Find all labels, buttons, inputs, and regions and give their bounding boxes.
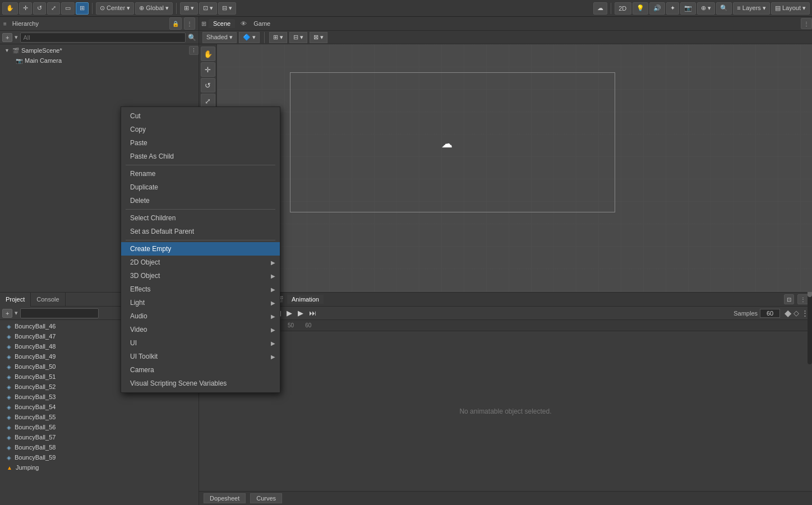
scale-tool[interactable]: ⤢ [47, 2, 60, 15]
hierarchy-lock-btn[interactable]: 🔒 [169, 17, 182, 30]
anim-dock-btn[interactable]: ⊡ [784, 294, 794, 304]
goto-end-btn[interactable]: ⏭ [307, 309, 318, 317]
rect-tool[interactable]: ▭ [61, 2, 75, 15]
hand-tool-btn[interactable]: ✋ [201, 47, 215, 61]
ctx-item-ui[interactable]: UI▶ [121, 336, 280, 350]
list-item[interactable]: ◈ BouncyBall_54 [0, 402, 199, 412]
move-tool[interactable]: ✛ [19, 2, 32, 15]
ctx-item-camera[interactable]: Camera [121, 363, 280, 377]
project-search[interactable] [20, 308, 99, 318]
audio-btn[interactable]: 🔊 [649, 2, 665, 15]
ctx-item-audio[interactable]: Audio▶ [121, 309, 280, 323]
project-tab[interactable]: Project [0, 293, 31, 307]
camera-btn[interactable]: 📷 [680, 2, 696, 15]
dopesheet-label: Dopesheet [210, 495, 239, 502]
ctx-item-ui-toolkit[interactable]: UI Toolkit▶ [121, 350, 280, 363]
fx-btn[interactable]: ✦ [666, 2, 679, 15]
hand-tool[interactable]: ✋ [2, 2, 18, 15]
game-tab[interactable]: Game [249, 19, 275, 28]
next-frame-btn[interactable]: ▶ [296, 309, 305, 317]
snap-settings[interactable]: ⊡ ▾ [199, 2, 217, 15]
ctx-item-cut[interactable]: Cut [121, 109, 280, 123]
ctx-item-duplicate[interactable]: Duplicate [121, 180, 280, 194]
scene-shading-btn[interactable]: Shaded ▾ [202, 32, 237, 43]
scene-root[interactable]: ▼ 🎬 SampleScene* ⋮ [0, 45, 199, 55]
move-tool-btn[interactable]: ✛ [201, 62, 215, 77]
list-item[interactable]: ◈ BouncyBall_56 [0, 422, 199, 432]
rotate-tool-btn[interactable]: ↺ [201, 78, 215, 92]
pivot-mode-btn[interactable]: ⊕ Global ▾ [135, 2, 173, 15]
item-label: BouncyBall_50 [15, 363, 56, 370]
list-item[interactable]: ◈ BouncyBall_58 [0, 442, 199, 452]
ctx-item-paste-as-child[interactable]: Paste As Child [121, 150, 280, 163]
hierarchy-menu-btn[interactable]: ⋮ [184, 17, 195, 30]
ctx-arrow-ui-toolkit: ▶ [271, 354, 275, 360]
hierarchy-search[interactable] [20, 33, 186, 43]
ctx-item-effects[interactable]: Effects▶ [121, 282, 280, 296]
hierarchy-add-btn[interactable]: + [2, 33, 12, 42]
ctx-item-label-effects: Effects [130, 285, 150, 293]
top-toolbar: ✋ ✛ ↺ ⤢ ▭ ⊞ ⊙ Center ▾ ⊕ Global ▾ ⊞ ▾ ⊡ … [0, 0, 812, 17]
item-label: BouncyBall_46 [15, 323, 56, 330]
list-item[interactable]: ◈ BouncyBall_59 [0, 452, 199, 462]
scene-tab[interactable]: Scene [209, 19, 235, 28]
project-add-btn[interactable]: + [2, 309, 12, 318]
scene-snap3-btn[interactable]: ⊠ ▾ [310, 32, 327, 43]
ctx-arrow-video: ▶ [271, 327, 275, 333]
collab-btn[interactable]: ☁ [593, 2, 607, 15]
hierarchy-search-icon[interactable]: 🔍 [188, 34, 196, 41]
ctx-item-2d-object[interactable]: 2D Object▶ [121, 256, 280, 269]
ctx-item-visual-scripting[interactable]: Visual Scripting Scene Variables [121, 377, 280, 390]
search-btn[interactable]: 🔍 [716, 2, 732, 15]
scene-viewport[interactable]: ☁ [217, 44, 812, 292]
animation-tab[interactable]: Animation [287, 295, 324, 304]
anim-empty-msg: No animatable object selected. [459, 407, 551, 415]
ctx-item-light[interactable]: Light▶ [121, 296, 280, 309]
list-item[interactable]: ▲ Jumping [0, 462, 199, 472]
snap-axis[interactable]: ⊟ ▾ [218, 2, 236, 15]
layers-btn[interactable]: ≡ Layers ▾ [733, 2, 770, 15]
scene-panel-icon: ⊞ [199, 20, 209, 27]
separator-3 [611, 3, 611, 14]
curves-btn[interactable]: Curves [250, 493, 282, 503]
ctx-item-video[interactable]: Video▶ [121, 323, 280, 336]
scene-render-btn[interactable]: 🔷 ▾ [239, 32, 260, 43]
scene-snap2-btn[interactable]: ⊟ ▾ [289, 32, 307, 43]
list-item[interactable]: ◈ BouncyBall_57 [0, 432, 199, 442]
anim-more-btn[interactable]: ⋮ [797, 294, 809, 304]
list-item[interactable]: ◈ BouncyBall_53 [0, 392, 199, 402]
gizmo-btn[interactable]: ⊕ ▾ [697, 2, 715, 15]
main-camera-item[interactable]: 📷 Main Camera [0, 55, 199, 66]
layout-btn[interactable]: ▤ Layout ▾ [771, 2, 810, 15]
obj-icon: ◈ [7, 414, 11, 420]
item-label: BouncyBall_53 [15, 393, 56, 400]
warn-icon: ▲ [7, 465, 12, 471]
2d-btn[interactable]: 2D [615, 2, 631, 15]
ctx-item-create-empty[interactable]: Create Empty [121, 242, 280, 256]
ctx-item-delete[interactable]: Delete [121, 194, 280, 207]
ctx-item-copy[interactable]: Copy [121, 123, 280, 136]
grid-snap-btn[interactable]: ⊞ ▾ [269, 32, 287, 43]
play-btn[interactable]: ▶ [285, 309, 294, 317]
ctx-item-set-default-parent[interactable]: Set as Default Parent [121, 225, 280, 238]
obj-icon: ◈ [7, 333, 11, 340]
ctx-item-label-duplicate: Duplicate [130, 183, 158, 191]
scene-toolbar: Shaded ▾ 🔷 ▾ ⊞ ▾ ⊟ ▾ ⊠ ▾ [199, 31, 812, 44]
pivot-btn[interactable]: ⊙ Center ▾ [96, 2, 134, 15]
samples-label: Samples [733, 310, 758, 317]
samples-input[interactable] [760, 309, 780, 318]
transform-tool[interactable]: ⊞ [76, 2, 89, 15]
dopesheet-btn[interactable]: Dopesheet [204, 493, 246, 503]
ctx-item-paste[interactable]: Paste [121, 136, 280, 150]
list-item[interactable]: ◈ BouncyBall_55 [0, 412, 199, 422]
scene-game-tabs: ⊞ Scene 👁 Game ⋮ [199, 17, 812, 31]
rotate-tool[interactable]: ↺ [33, 2, 46, 15]
ctx-item-select-children[interactable]: Select Children [121, 211, 280, 225]
scene-menu-btn[interactable]: ⋮ [189, 46, 199, 55]
ctx-item-rename[interactable]: Rename [121, 167, 280, 180]
console-tab[interactable]: Console [31, 293, 65, 307]
snap-btn[interactable]: ⊞ ▾ [180, 2, 198, 15]
scene-more-btn[interactable]: ⋮ [801, 18, 812, 29]
light-btn[interactable]: 💡 [633, 2, 648, 15]
ctx-item-3d-object[interactable]: 3D Object▶ [121, 269, 280, 282]
